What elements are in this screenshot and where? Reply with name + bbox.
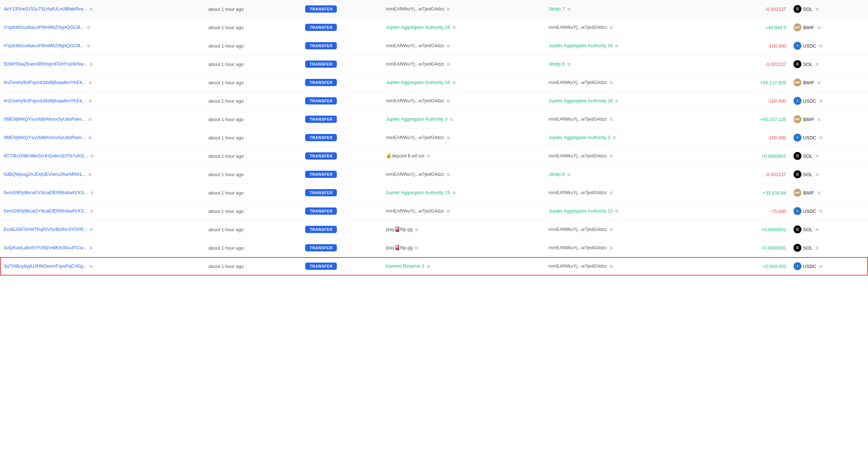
- from-address-link[interactable]: Jupiter Aggregator Authority 16: [386, 80, 450, 85]
- tx-copy-button[interactable]: ⧉: [87, 80, 93, 86]
- tx-hash-link[interactable]: 5xmG9Pp9bcaGY8caEfERWo6a4VXS...: [4, 208, 88, 214]
- token-cell: WIF $WIF ⧉: [790, 110, 868, 129]
- from-copy-button[interactable]: ⧉: [446, 98, 451, 104]
- time-label: about 1 hour ago: [208, 209, 244, 214]
- to-copy-button[interactable]: ⧉: [614, 98, 620, 104]
- tx-copy-button[interactable]: ⧉: [87, 135, 93, 141]
- to-address-link[interactable]: Jupiter Aggregator Authority 16: [548, 98, 613, 103]
- token-copy-button[interactable]: ⧉: [814, 61, 820, 67]
- tx-copy-button[interactable]: ⧉: [87, 116, 93, 122]
- to-cell: Jitotip 8 ⧉: [545, 55, 707, 73]
- to-copy-button[interactable]: ⧉: [609, 116, 614, 122]
- tx-hash-link[interactable]: iYzjdcttGcu6tacoP9mM6Zrfyj4QGCB...: [4, 24, 84, 30]
- to-copy-button[interactable]: ⧉: [609, 80, 614, 86]
- tx-copy-button[interactable]: ⧉: [87, 98, 93, 104]
- from-address: mmEAfWkuYj...w7jedG4dzc: [386, 208, 444, 214]
- to-copy-button[interactable]: ⧉: [609, 263, 614, 269]
- from-copy-button[interactable]: ⧉: [446, 171, 451, 178]
- tx-hash-link[interactable]: iYzjdcttGcu6tacoP9mM6Zrfyj4QGCB...: [4, 43, 84, 48]
- token-copy-button[interactable]: ⧉: [818, 208, 824, 214]
- tx-copy-button[interactable]: ⧉: [89, 61, 94, 67]
- tx-copy-button[interactable]: ⧉: [89, 227, 94, 233]
- from-copy-button[interactable]: ⧉: [451, 190, 457, 196]
- from-address-link[interactable]: Jupiter Aggregator Authority 15: [386, 190, 450, 195]
- token-copy-button[interactable]: ⧉: [818, 98, 824, 104]
- from-copy-button[interactable]: ⧉: [446, 6, 451, 12]
- transfer-badge: TRANSFER: [305, 263, 337, 270]
- table-row: 5dBQWpug2AJDqUEVwnu26arMN41... ⧉ about 1…: [0, 165, 868, 184]
- deposit-copy-button[interactable]: ⧉: [426, 153, 431, 159]
- from-copy-button[interactable]: ⧉: [446, 61, 451, 67]
- time-cell: about 1 hour ago: [205, 220, 302, 239]
- token-copy-button[interactable]: ⧉: [814, 171, 820, 178]
- tx-hash-link[interactable]: 5f8ENjWkQYsuVb8tAhmxSyUitoPwm...: [4, 116, 86, 122]
- from-address-link[interactable]: Jupiter Aggregator Authority 16: [386, 24, 450, 30]
- to-copy-button[interactable]: ⧉: [611, 135, 617, 141]
- token-copy-button[interactable]: ⧉: [818, 43, 824, 49]
- token-copy-button[interactable]: ⧉: [814, 6, 820, 12]
- from-copy-button[interactable]: ⧉: [449, 116, 455, 122]
- tx-hash-link[interactable]: 5D6P55wZKam4RhHqmPDHYsz6rNw...: [4, 61, 87, 67]
- tx-hash-link[interactable]: EsvBJS6TshWTKqfSVSvBzRm3Y5VR...: [4, 227, 87, 232]
- tx-hash-link[interactable]: 3uQAvwLa5o5YFz9iZvr8Khi3Gu4TCw...: [4, 245, 87, 250]
- usdc-icon: $: [794, 207, 801, 215]
- token-copy-button[interactable]: ⧉: [814, 153, 820, 159]
- to-copy-button[interactable]: ⧉: [609, 153, 614, 159]
- token-copy-button[interactable]: ⧉: [814, 245, 820, 251]
- token-copy-button[interactable]: ⧉: [814, 227, 820, 233]
- tx-hash-link[interactable]: 5f8ENjWkQYsuVb8tAhmxSyUitoPwm...: [4, 135, 86, 140]
- tx-hash-link[interactable]: 4nZrxehy9ctFqocdJdsBj6sqa6mYKEk...: [4, 98, 86, 103]
- to-copy-button[interactable]: ⧉: [614, 43, 620, 49]
- tx-hash-link[interactable]: 5xmG9Pp9bcaGY8caEfERWo6a4VXS...: [4, 190, 88, 195]
- tx-copy-button[interactable]: ⧉: [89, 208, 95, 214]
- table-row: 5D6P55wZKam4RhHqmPDHYsz6rNw... ⧉ about 1…: [0, 55, 868, 73]
- tx-hash-link[interactable]: 4nZrxehy9ctFqocdJdsBj6sqa6mYKEk...: [4, 80, 86, 85]
- play-copy-button[interactable]: ⧉: [414, 245, 420, 251]
- token-copy-button[interactable]: ⧉: [816, 190, 822, 196]
- token-copy-button[interactable]: ⧉: [816, 24, 822, 31]
- to-address-link[interactable]: Jupiter Aggregator Authority 15: [548, 208, 613, 214]
- tx-hash-link[interactable]: 5dBQWpug2AJDqUEVwnu26arMN41...: [4, 171, 86, 177]
- tx-copy-button[interactable]: ⧉: [88, 6, 94, 12]
- play-copy-button[interactable]: ⧉: [414, 227, 420, 233]
- from-copy-button[interactable]: ⧉: [426, 263, 431, 269]
- to-address-link[interactable]: Jupiter Aggregator Authority 3: [548, 135, 610, 140]
- tx-copy-button[interactable]: ⧉: [86, 43, 91, 49]
- time-cell: about 1 hour ago: [205, 110, 302, 129]
- to-copy-button[interactable]: ⧉: [566, 6, 572, 12]
- tx-hash-link[interactable]: 4CT9hJX9EnMeSrUH2o6mS3Tb7uKG...: [4, 153, 88, 158]
- from-copy-button[interactable]: ⧉: [446, 135, 451, 141]
- tx-copy-button[interactable]: ⧉: [87, 171, 93, 178]
- tx-copy-button[interactable]: ⧉: [88, 245, 94, 251]
- to-copy-button[interactable]: ⧉: [609, 227, 614, 233]
- to-copy-button[interactable]: ⧉: [609, 24, 614, 31]
- from-copy-button[interactable]: ⧉: [446, 43, 451, 49]
- tx-hash-link[interactable]: 4aY13SrwS151c73LHafULnUBbteRxv...: [4, 6, 87, 12]
- tx-copy-button[interactable]: ⧉: [86, 24, 91, 31]
- to-address-link[interactable]: Jitotip 7: [548, 6, 565, 12]
- to-copy-button[interactable]: ⧉: [566, 61, 572, 67]
- to-copy-button[interactable]: ⧉: [566, 171, 572, 178]
- from-address: mmEAfWkuYj...w7jedG4dzc: [386, 171, 444, 177]
- token-copy-button[interactable]: ⧉: [816, 80, 822, 86]
- to-address-link[interactable]: Jitotip 8: [548, 61, 565, 67]
- tx-hash-link[interactable]: 3q7HtBcy6yjiUJHM2eemFspvFqChEg...: [4, 263, 87, 269]
- to-address-link[interactable]: Jupiter Aggregator Authority 16: [548, 43, 613, 48]
- token-copy-button[interactable]: ⧉: [816, 116, 822, 122]
- tx-copy-button[interactable]: ⧉: [88, 263, 94, 269]
- from-copy-button[interactable]: ⧉: [451, 24, 457, 31]
- to-address-link[interactable]: Jitotip 8: [548, 171, 565, 177]
- from-address-link[interactable]: Jupiter Aggregator Authority 3: [386, 116, 447, 122]
- token-copy-button[interactable]: ⧉: [818, 135, 824, 141]
- token-copy-button[interactable]: ⧉: [818, 263, 824, 269]
- to-copy-button[interactable]: ⧉: [609, 245, 614, 251]
- tx-copy-button[interactable]: ⧉: [89, 153, 95, 159]
- from-address: mmEAfWkuYj...w7jedG4dzc: [386, 98, 444, 103]
- from-copy-button[interactable]: ⧉: [446, 208, 451, 214]
- to-copy-button[interactable]: ⧉: [614, 208, 620, 214]
- from-copy-button[interactable]: ⧉: [451, 80, 457, 86]
- from-address-link[interactable]: Kamino Reserve 3: [386, 263, 424, 269]
- to-copy-button[interactable]: ⧉: [609, 190, 614, 196]
- transfer-badge: TRANSFER: [305, 134, 337, 141]
- tx-copy-button[interactable]: ⧉: [89, 190, 95, 196]
